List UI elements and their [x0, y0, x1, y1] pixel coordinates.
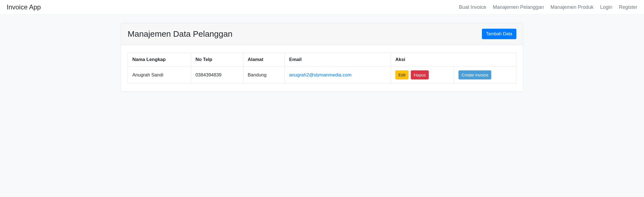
brand-link[interactable]: Invoice App	[7, 3, 41, 11]
cell-name: Anugrah Sandi	[128, 66, 191, 84]
nav-link-login[interactable]: Login	[600, 4, 612, 10]
delete-button[interactable]: Hapus	[411, 70, 429, 79]
card: Manajemen Data Pelanggan Tambah Data Nam…	[121, 23, 523, 92]
main-container: Manajemen Data Pelanggan Tambah Data Nam…	[115, 15, 529, 100]
nav-link-register[interactable]: Register	[619, 4, 637, 10]
add-data-button[interactable]: Tambah Data	[482, 29, 516, 39]
navbar-nav: Buat Invoice Manajemen Pelanggan Manajem…	[459, 4, 637, 10]
cell-actions-edit-delete: Edit Hapus	[391, 66, 454, 84]
cell-phone: 0384394839	[191, 66, 243, 84]
cell-address: Bandung	[243, 66, 285, 84]
email-link[interactable]: anugrah2@slymanmedia.com	[289, 72, 351, 78]
th-email: Email	[285, 53, 391, 66]
nav-link-manajemen-produk[interactable]: Manajemen Produk	[551, 4, 594, 10]
edit-button[interactable]: Edit	[395, 70, 409, 79]
cell-email: anugrah2@slymanmedia.com	[285, 66, 391, 84]
th-phone: No Telp	[191, 53, 243, 66]
create-invoice-button[interactable]: Create Invoice	[458, 70, 491, 79]
th-action: Aksi	[391, 53, 516, 66]
navbar: Invoice App Buat Invoice Manajemen Pelan…	[0, 0, 644, 15]
page-title: Manajemen Data Pelanggan	[128, 29, 232, 39]
nav-link-buat-invoice[interactable]: Buat Invoice	[459, 4, 486, 10]
cell-actions-create-invoice: Create Invoice	[454, 66, 516, 84]
th-address: Alamat	[243, 53, 285, 66]
card-body: Nama Lengkap No Telp Alamat Email Aksi A…	[121, 45, 523, 91]
th-name: Nama Lengkap	[128, 53, 191, 66]
nav-link-manajemen-pelanggan[interactable]: Manajemen Pelanggan	[493, 4, 544, 10]
card-header: Manajemen Data Pelanggan Tambah Data	[121, 23, 523, 45]
customers-table: Nama Lengkap No Telp Alamat Email Aksi A…	[128, 53, 516, 84]
table-row: Anugrah Sandi 0384394839 Bandung anugrah…	[128, 66, 516, 84]
